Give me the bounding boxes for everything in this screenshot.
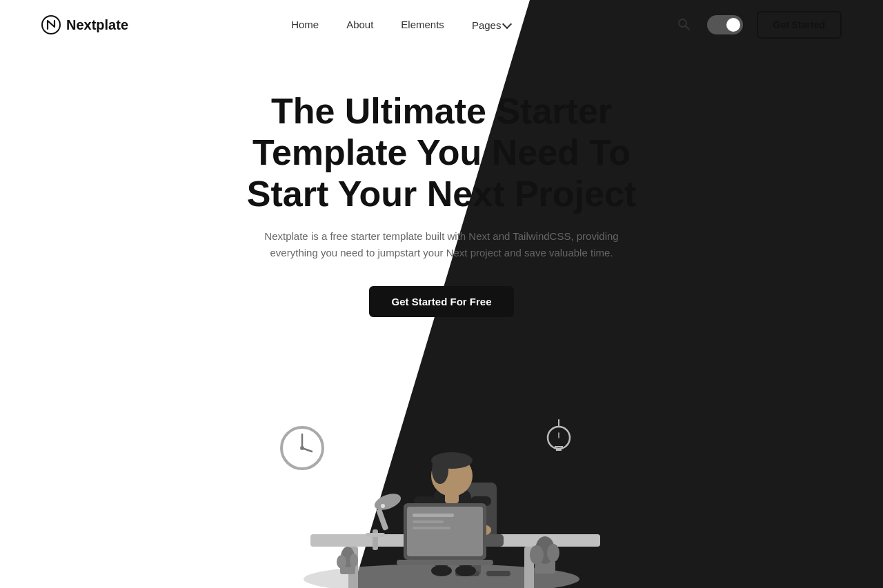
svg-line-18 (302, 448, 312, 452)
navbar: Nextplate Home About Elements Pages Get … (0, 0, 883, 50)
svg-rect-43 (413, 520, 444, 523)
search-button[interactable] (674, 14, 693, 36)
hero-illustration (228, 358, 655, 588)
svg-rect-46 (373, 529, 378, 550)
hero-section: The Ultimate Starter Template You Need T… (0, 50, 883, 317)
nav-link-about[interactable]: About (346, 19, 373, 30)
logo[interactable]: Nextplate (41, 15, 128, 34)
svg-point-13 (530, 545, 544, 565)
hero-title: The Ultimate Starter Template You Need T… (228, 91, 655, 214)
svg-point-10 (350, 554, 358, 567)
nav-item-home[interactable]: Home (291, 19, 319, 31)
svg-point-9 (337, 555, 346, 569)
search-icon (677, 17, 691, 31)
svg-point-14 (547, 544, 559, 562)
logo-text: Nextplate (66, 17, 128, 33)
hero-subtitle: Nextplate is a free starter template bui… (259, 228, 624, 261)
cta-button[interactable]: Get Started For Free (369, 286, 513, 317)
svg-rect-42 (413, 514, 454, 517)
svg-point-49 (381, 504, 385, 508)
svg-line-2 (685, 26, 689, 30)
nav-link-elements[interactable]: Elements (401, 19, 444, 30)
chevron-down-icon (502, 19, 512, 28)
svg-rect-31 (445, 493, 459, 503)
nav-right: Get Started (674, 11, 842, 39)
svg-rect-50 (366, 533, 385, 537)
illustration-container (0, 345, 883, 588)
nav-link-pages[interactable]: Pages (472, 19, 502, 31)
svg-point-0 (42, 16, 60, 34)
nav-item-elements[interactable]: Elements (401, 19, 444, 31)
svg-point-30 (432, 456, 448, 484)
logo-icon (41, 15, 61, 34)
svg-point-38 (431, 565, 452, 576)
nav-link-home[interactable]: Home (291, 19, 319, 30)
svg-rect-26 (486, 571, 510, 576)
theme-toggle[interactable] (707, 15, 743, 34)
get-started-nav-button[interactable]: Get Started (757, 11, 842, 39)
svg-point-48 (373, 491, 403, 513)
svg-rect-44 (413, 527, 450, 529)
nav-links: Home About Elements Pages (291, 19, 510, 31)
svg-point-39 (455, 565, 476, 576)
svg-rect-45 (397, 560, 493, 565)
nav-item-about[interactable]: About (346, 19, 373, 31)
nav-item-pages[interactable]: Pages (472, 19, 511, 31)
svg-rect-47 (376, 509, 388, 531)
